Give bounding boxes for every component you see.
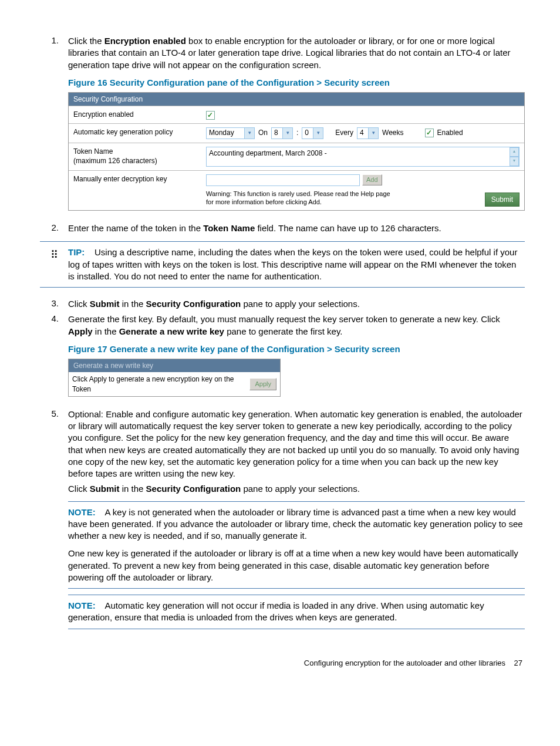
step4-b1: Apply [68, 326, 93, 336]
step1-bold: Encryption enabled [104, 36, 186, 46]
chevron-down-icon: ▾ [368, 128, 378, 139]
on-label: On [258, 128, 268, 137]
hour-select[interactable]: 8▾ [271, 127, 293, 139]
step4-b2: Generate a new write key [119, 326, 224, 336]
tip-lightbulb-icon: ⠿ [50, 249, 58, 261]
step5-p2c: in the [120, 484, 146, 494]
warning-line2: for more information before clicking Add… [206, 198, 485, 207]
token-name-label: Token Name [73, 147, 197, 156]
step5-b2: Security Configuration [146, 484, 241, 494]
step1-intro: Click the [68, 36, 104, 46]
encryption-enabled-checkbox[interactable] [206, 111, 215, 120]
step5-p2d: pane to apply your selections. [241, 484, 360, 494]
weeks-label: Weeks [382, 128, 403, 137]
footer-text: Configuring encryption for the autoloade… [304, 659, 505, 667]
step-number: 1. [35, 35, 68, 219]
note-label: NOTE: [68, 507, 96, 517]
tip-label: TIP: [68, 247, 85, 257]
security-config-screenshot: Security Configuration Encryption enable… [68, 92, 525, 211]
step4-p2: in the [93, 326, 119, 336]
token-name-textarea[interactable]: Accounting department, March 2008 - ▴ ▾ [206, 147, 519, 167]
scroll-down-icon[interactable]: ▾ [510, 157, 519, 166]
step5-b1: Submit [90, 484, 120, 494]
note-label: NOTE: [68, 600, 96, 610]
decryption-key-label: Manually enter decryption key [69, 171, 201, 211]
panel-header: Security Configuration [69, 93, 524, 106]
step3-p1: Click [68, 299, 90, 309]
token-name-value: Accounting department, March 2008 - [207, 147, 510, 166]
step4-p3: pane to generate the first key. [224, 326, 343, 336]
tip-text: Using a descriptive name, including the … [68, 247, 517, 281]
policy-enabled-checkbox[interactable] [425, 129, 434, 137]
step3-p3: pane to apply your selections. [241, 299, 360, 309]
chevron-down-icon: ▾ [244, 128, 254, 139]
decryption-key-input[interactable] [206, 174, 360, 186]
step2-b1: Token Name [203, 223, 255, 233]
colon: : [296, 128, 298, 137]
encryption-enabled-label: Encryption enabled [69, 106, 201, 123]
step3-b2: Security Configuration [146, 299, 241, 309]
step2-p1: Enter the name of the token in the [68, 223, 203, 233]
token-name-max: (maximum 126 characters) [73, 156, 197, 166]
scrollbar[interactable]: ▴ ▾ [510, 147, 519, 166]
policy-enabled-label: Enabled [437, 128, 463, 137]
page-number: 27 [514, 659, 522, 667]
note2-p1: Automatic key generation will not occur … [68, 600, 484, 622]
step3-p2: in the [120, 299, 146, 309]
every-label: Every [335, 128, 353, 137]
step-number: 5. [35, 409, 68, 635]
add-button[interactable]: Add [362, 174, 382, 185]
minute-select[interactable]: 0▾ [302, 127, 323, 139]
note1-p2: One new key is generated if the autoload… [68, 548, 525, 583]
chevron-down-icon: ▾ [313, 128, 323, 139]
step5-p2a: Click [68, 484, 90, 494]
note1-p1: A key is not generated when the autoload… [68, 507, 523, 541]
weeks-select[interactable]: 4▾ [357, 127, 379, 139]
step-number: 4. [35, 313, 68, 404]
figure17-caption: Figure 17 Generate a new write key pane … [68, 343, 525, 355]
auto-keygen-label: Automatic key generation policy [69, 124, 201, 143]
step3-b1: Submit [90, 299, 120, 309]
figure16-caption: Figure 16 Security Configuration pane of… [68, 77, 525, 89]
chevron-down-icon: ▾ [282, 128, 292, 139]
submit-button[interactable]: Submit [485, 193, 519, 207]
panel-header: Generate a new write key [69, 359, 280, 372]
scroll-up-icon[interactable]: ▴ [510, 147, 519, 157]
step2-p2: field. The name can have up to 126 chara… [255, 223, 441, 233]
warning-line1: Warning: This function is rarely used. P… [206, 190, 485, 198]
step4-p1: Generate the first key. By default, you … [68, 314, 500, 324]
generate-key-screenshot: Generate a new write key Click Apply to … [68, 359, 281, 397]
step-number: 3. [35, 298, 68, 310]
apply-button[interactable]: Apply [249, 378, 276, 390]
day-select[interactable]: Monday▾ [206, 127, 255, 139]
step5-p1: Optional: Enable and configure automatic… [68, 409, 525, 480]
generate-key-label: Click Apply to generate a new encryption… [72, 374, 249, 393]
